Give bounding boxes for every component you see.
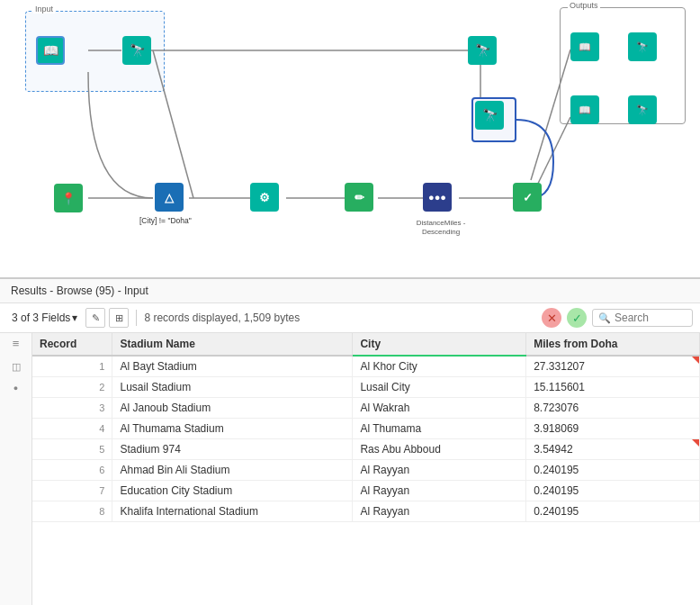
menu-icon[interactable]: ≡ [13,337,20,350]
cell-stadium: Al Thumama Stadium [112,419,353,439]
cell-city: Al Thumama [353,419,526,439]
cancel-button[interactable]: ✕ [542,308,561,328]
cell-miles: 3.54942 [526,439,700,460]
cell-city: Al Khor City [353,356,526,377]
node-out-browse1[interactable]: 🔭 [628,32,657,61]
cell-record: 8 [32,501,112,522]
col-header-record: Record [32,333,112,356]
node-edit[interactable]: ✏ [345,183,373,212]
filter-label: [City] != "Doha" [139,216,192,225]
node-join[interactable]: ●●● [423,183,452,212]
node-input-book[interactable]: 📖 [36,36,65,65]
table-view-button[interactable]: ⊞ [109,308,129,328]
cell-record: 6 [32,460,112,481]
edit-icon: ✎ [92,312,100,324]
sort-label: DistanceMiles - Descending [405,218,477,236]
left-gutter: ≡ ◫ ● [0,333,32,605]
node-config[interactable]: ⚙ [250,183,279,212]
table-row: 8Khalifa International StadiumAl Rayyan0… [32,501,700,522]
table-row: 7Education City StadiumAl Rayyan0.240195 [32,481,700,501]
col-header-city: City [353,333,526,356]
cell-city: Lusail City [353,377,526,398]
table-row: 6Ahmad Bin Ali StadiumAl Rayyan0.240195 [32,460,700,481]
col-header-miles: Miles from Doha [526,333,700,356]
cell-miles: 27.331207 [526,356,700,377]
table-row: 1Al Bayt StadiumAl Khor City27.331207 [32,356,700,377]
cell-stadium: Al Janoub Stadium [112,398,353,419]
table-row: 4Al Thumama StadiumAl Thumama3.918069 [32,419,700,439]
table-container: ≡ ◫ ● Record Stadium Name City Miles fro… [0,333,700,605]
table-row: 5Stadium 974Ras Abu Abboud3.54942 [32,439,700,460]
results-title: Results - Browse (95) - Input [11,284,148,297]
table-wrapper: Record Stadium Name City Miles from Doha… [32,333,700,605]
cell-miles: 0.240195 [526,481,700,501]
circle-icon[interactable]: ● [13,384,18,393]
confirm-button[interactable]: ✓ [567,308,587,328]
cell-city: Al Rayyan [353,460,526,481]
node-out-book1[interactable]: 📖 [570,32,599,61]
results-toolbar: 3 of 3 Fields ▾ ✎ ⊞ 8 records displayed,… [0,303,700,333]
output-label: Outputs [568,1,600,10]
cell-stadium: Education City Stadium [112,481,353,501]
cell-miles: 3.918069 [526,419,700,439]
table-row: 2Lusail StadiumLusail City15.115601 [32,377,700,398]
search-box: 🔍 [592,309,693,327]
results-header: Results - Browse (95) - Input [0,279,700,303]
search-input[interactable] [615,312,687,324]
cell-stadium: Lusail Stadium [112,377,353,398]
node-out-book2[interactable]: 📖 [570,95,599,124]
workflow-canvas: Input Outputs 📖 🔭 🔭 [0,0,700,279]
cell-stadium: Al Bayt Stadium [112,356,353,377]
records-info: 8 records displayed, 1,509 bytes [144,312,300,324]
results-panel: Results - Browse (95) - Input 3 of 3 Fie… [0,279,700,605]
cell-miles: 0.240195 [526,501,700,522]
cell-stadium: Khalifa International Stadium [112,501,353,522]
data-table: Record Stadium Name City Miles from Doha… [32,333,700,522]
table-icon: ⊞ [115,312,123,324]
node-out-browse2[interactable]: 🔭 [628,95,657,124]
input-label: Input [33,5,55,14]
check-icon: ✓ [572,312,582,325]
cell-record: 7 [32,481,112,501]
edit-fields-button[interactable]: ✎ [85,308,105,328]
table-body: 1Al Bayt StadiumAl Khor City27.3312072Lu… [32,356,700,522]
toolbar-left: 3 of 3 Fields ▾ ✎ ⊞ 8 records displayed,… [7,308,538,328]
node-check[interactable]: ✓ [513,183,542,212]
cell-miles: 8.723076 [526,398,700,419]
toolbar-divider [136,310,137,326]
node-formula[interactable]: △ [155,183,184,212]
fields-label: 3 of 3 Fields [12,312,70,324]
cell-stadium: Ahmad Bin Ali Stadium [112,460,353,481]
cell-record: 1 [32,356,112,377]
search-icon: 🔍 [598,312,611,324]
table-row: 3Al Janoub StadiumAl Wakrah8.723076 [32,398,700,419]
cell-record: 5 [32,439,112,460]
col-header-stadium: Stadium Name [112,333,353,356]
fields-dropdown[interactable]: 3 of 3 Fields ▾ [7,309,82,327]
x-icon: ✕ [547,312,557,325]
cell-city: Al Rayyan [353,501,526,522]
cell-city: Ras Abu Abboud [353,439,526,460]
layers-icon[interactable]: ◫ [12,361,21,373]
cell-stadium: Stadium 974 [112,439,353,460]
cell-miles: 0.240195 [526,460,700,481]
node-browse-top[interactable]: 🔭 [468,36,497,65]
cell-city: Al Wakrah [353,398,526,419]
cell-record: 2 [32,377,112,398]
node-selected-browse[interactable]: 🔭 [475,101,504,130]
chevron-down-icon: ▾ [72,312,77,324]
cell-city: Al Rayyan [353,481,526,501]
node-input-browse[interactable]: 🔭 [122,36,151,65]
cell-miles: 15.115601 [526,377,700,398]
node-geo[interactable]: 📍 [54,184,83,212]
cell-record: 3 [32,398,112,419]
toolbar-right: ✕ ✓ 🔍 [542,308,693,328]
cell-record: 4 [32,419,112,439]
